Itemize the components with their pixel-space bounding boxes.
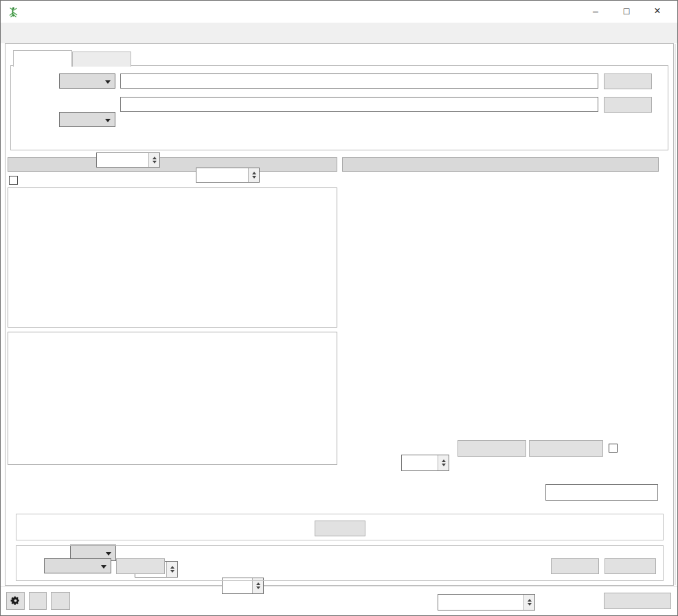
fit-function-header	[8, 157, 337, 172]
tab-single-input[interactable]	[13, 50, 72, 67]
fit-settings-table	[8, 332, 337, 465]
see-full-function-row[interactable]	[9, 176, 21, 185]
footer-separator	[1, 586, 677, 587]
tab-multiple-input[interactable]	[72, 52, 131, 67]
output-plot-combo[interactable]	[44, 558, 111, 573]
fit-single-spectrum-button[interactable]	[457, 440, 526, 457]
end-x-spinbox[interactable]	[196, 168, 260, 183]
run-group	[16, 514, 664, 540]
title-bar: – □ ×	[1, 1, 677, 23]
app-window: – □ ×	[0, 0, 678, 616]
mantid-logo-icon	[8, 6, 19, 18]
output-group	[16, 545, 664, 581]
fit-function-table	[8, 187, 337, 328]
resolution-type-combo[interactable]	[59, 112, 115, 127]
run-button[interactable]	[315, 521, 365, 536]
resolution-browse-button[interactable]	[604, 97, 652, 113]
main-tab-bar	[1, 23, 677, 43]
settings-button[interactable]	[6, 592, 25, 610]
start-x-value[interactable]	[97, 153, 148, 167]
difference-plot	[343, 341, 657, 437]
end-x-value[interactable]	[196, 168, 248, 182]
mask-spectrum-spinbox[interactable]	[438, 594, 535, 611]
fit-function-group	[8, 157, 337, 465]
output-plot-button[interactable]	[116, 558, 165, 574]
minimize-icon[interactable]: –	[580, 1, 611, 23]
start-x-spinbox[interactable]	[96, 152, 160, 168]
see-full-function-checkbox[interactable]	[9, 176, 18, 185]
plot-guess-checkbox[interactable]	[609, 444, 618, 453]
maximize-icon[interactable]: □	[611, 1, 642, 23]
chevron-down-icon	[105, 80, 111, 84]
mini-plots-group	[342, 157, 659, 464]
save-result-button[interactable]	[604, 558, 656, 574]
mask-range-input[interactable]	[545, 484, 658, 501]
plot-spectrum-spinbox[interactable]	[401, 455, 449, 471]
sample-fit-plot	[343, 174, 657, 334]
chevron-down-icon	[101, 565, 106, 569]
python-export-button[interactable]	[51, 592, 70, 610]
resolution-path-input[interactable]	[120, 97, 598, 112]
close-icon[interactable]: ×	[642, 1, 673, 23]
edit-result-button[interactable]	[551, 558, 599, 574]
manage-directories-button[interactable]	[604, 593, 671, 609]
spinner-arrows-icon[interactable]	[523, 595, 534, 610]
mask-spectrum-value[interactable]	[438, 595, 523, 610]
spinner-arrows-icon[interactable]	[438, 455, 449, 470]
sample-type-combo[interactable]	[59, 73, 115, 89]
plot-current-preview-button[interactable]	[529, 440, 603, 457]
mini-plots-header	[342, 157, 659, 172]
sample-path-input[interactable]	[120, 73, 598, 89]
chevron-down-icon	[105, 119, 111, 122]
spinner-arrows-icon[interactable]	[248, 168, 259, 182]
plot-spectrum-value[interactable]	[402, 455, 438, 470]
help-button[interactable]	[29, 592, 47, 610]
spinner-arrows-icon[interactable]	[148, 153, 159, 167]
sample-browse-button[interactable]	[604, 73, 652, 89]
gear-icon	[10, 595, 21, 606]
